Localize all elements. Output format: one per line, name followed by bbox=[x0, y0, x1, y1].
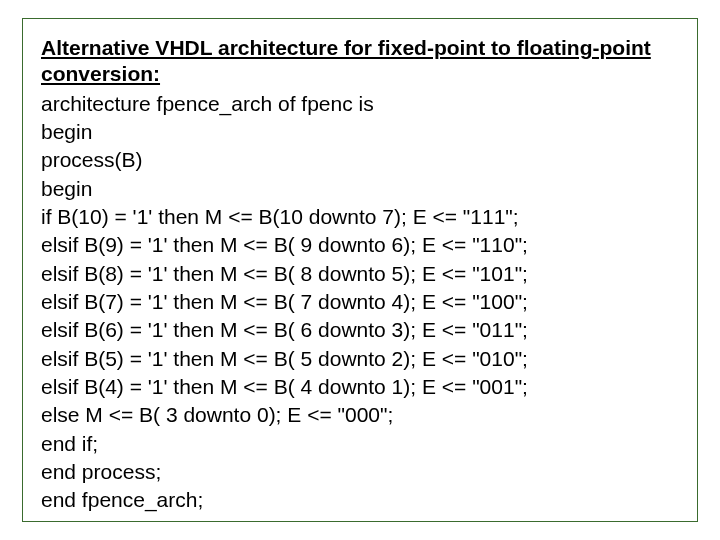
code-line: end if; bbox=[41, 430, 679, 458]
code-line: end process; bbox=[41, 458, 679, 486]
code-line: elsif B(4) = '1' then M <= B( 4 downto 1… bbox=[41, 373, 679, 401]
code-line: elsif B(6) = '1' then M <= B( 6 downto 3… bbox=[41, 316, 679, 344]
code-line: else M <= B( 3 downto 0); E <= "000"; bbox=[41, 401, 679, 429]
content-box: Alternative VHDL architecture for fixed-… bbox=[22, 18, 698, 522]
code-line: elsif B(5) = '1' then M <= B( 5 downto 2… bbox=[41, 345, 679, 373]
code-line: process(B) bbox=[41, 146, 679, 174]
slide-title: Alternative VHDL architecture for fixed-… bbox=[41, 35, 679, 88]
title-line-1: Alternative VHDL architecture for fixed-… bbox=[41, 36, 651, 59]
code-line: if B(10) = '1' then M <= B(10 downto 7);… bbox=[41, 203, 679, 231]
slide: Alternative VHDL architecture for fixed-… bbox=[0, 0, 720, 540]
title-line-2: conversion: bbox=[41, 62, 160, 85]
code-line: begin bbox=[41, 118, 679, 146]
code-line: architecture fpence_arch of fpenc is bbox=[41, 90, 679, 118]
code-line: elsif B(9) = '1' then M <= B( 9 downto 6… bbox=[41, 231, 679, 259]
code-line: end fpence_arch; bbox=[41, 486, 679, 514]
code-line: elsif B(7) = '1' then M <= B( 7 downto 4… bbox=[41, 288, 679, 316]
code-line: begin bbox=[41, 175, 679, 203]
code-block: architecture fpence_arch of fpenc isbegi… bbox=[41, 90, 679, 515]
code-line: elsif B(8) = '1' then M <= B( 8 downto 5… bbox=[41, 260, 679, 288]
